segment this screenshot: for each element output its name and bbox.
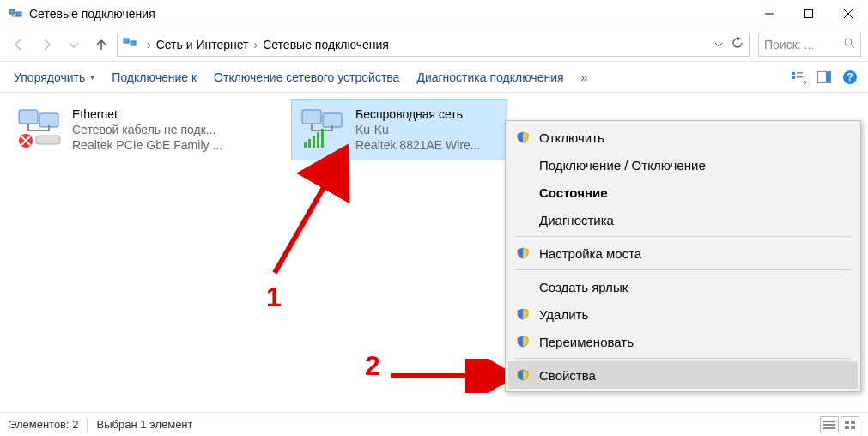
toolbar-overflow[interactable]: » — [576, 70, 593, 84]
connection-item-ethernet[interactable]: Ethernet Сетевой кабель не подк... Realt… — [9, 100, 275, 160]
breadcrumb-current[interactable]: Сетевые подключения — [263, 38, 389, 51]
organize-menu[interactable]: Упорядочить — [9, 67, 100, 88]
ethernet-icon — [15, 105, 64, 153]
ctx-label: Свойства — [539, 368, 846, 383]
connection-adapter: Realtek 8821AE Wire... — [355, 137, 481, 153]
selection-count: Выбран 1 элемент — [96, 418, 192, 431]
large-icons-view-button[interactable] — [841, 416, 859, 433]
ctx-disable[interactable]: Отключить — [508, 124, 858, 151]
statusbar: Элементов: 2 Выбран 1 элемент — [0, 412, 868, 436]
titlebar: Сетевые подключения — [0, 0, 868, 27]
up-button[interactable] — [89, 33, 113, 57]
ctx-label: Удалить — [539, 307, 846, 322]
ctx-properties[interactable]: Свойства — [508, 361, 858, 389]
shield-icon — [515, 336, 531, 348]
svg-rect-6 — [124, 39, 129, 43]
shield-icon — [515, 369, 531, 381]
toolbar: Упорядочить Подключение к Отключение сет… — [0, 62, 868, 93]
svg-point-8 — [845, 39, 852, 45]
ctx-label: Подключение / Отключение — [539, 158, 846, 173]
address-history-dropdown[interactable] — [714, 38, 723, 51]
ctx-label: Создать ярлык — [539, 280, 846, 294]
details-view-button[interactable] — [820, 416, 839, 433]
svg-rect-34 — [823, 424, 835, 426]
svg-rect-20 — [36, 136, 60, 144]
view-options-button[interactable] — [789, 68, 808, 87]
svg-rect-12 — [797, 72, 803, 74]
ctx-rename[interactable]: Переименовать — [508, 328, 858, 355]
svg-rect-28 — [313, 136, 315, 148]
ctx-status[interactable]: Состояние — [508, 179, 858, 206]
search-placeholder: Поиск: ... — [764, 38, 844, 51]
ctx-create-shortcut[interactable]: Создать ярлык — [508, 273, 858, 300]
maximize-button[interactable] — [789, 0, 829, 27]
svg-line-9 — [851, 45, 854, 48]
chevron-right-icon: › — [254, 38, 258, 51]
svg-rect-10 — [792, 72, 795, 75]
address-bar[interactable]: › Сеть и Интернет › Сетевые подключения — [117, 33, 750, 57]
navbar: › Сеть и Интернет › Сетевые подключения … — [0, 27, 868, 62]
ctx-label: Переименовать — [539, 335, 846, 349]
connection-status: Сетевой кабель не подк... — [72, 122, 222, 137]
forward-button[interactable] — [34, 33, 58, 57]
annotation-number-1: 1 — [266, 282, 282, 313]
separator — [515, 269, 851, 270]
ctx-diagnostics[interactable]: Диагностика — [508, 206, 858, 233]
ctx-label: Отключить — [539, 130, 846, 145]
svg-rect-11 — [792, 76, 795, 79]
svg-rect-1 — [16, 12, 21, 16]
ctx-label: Диагностика — [539, 213, 846, 227]
ctx-delete[interactable]: Удалить — [508, 300, 858, 328]
svg-rect-30 — [321, 129, 324, 148]
separator — [515, 358, 851, 359]
shield-icon — [515, 247, 531, 259]
search-input[interactable]: Поиск: ... — [758, 33, 861, 57]
search-icon — [844, 38, 855, 51]
svg-rect-29 — [317, 132, 319, 148]
breadcrumb-parent[interactable]: Сеть и Интернет — [156, 38, 249, 51]
svg-line-31 — [275, 153, 343, 273]
svg-rect-0 — [9, 9, 15, 14]
window-controls — [750, 0, 868, 27]
annotation-arrow-2 — [386, 359, 524, 393]
preview-pane-button[interactable] — [815, 68, 834, 87]
svg-rect-19 — [39, 113, 58, 127]
chevron-right-icon: › — [147, 38, 151, 51]
refresh-button[interactable] — [731, 37, 744, 51]
ctx-label: Настройка моста — [539, 246, 846, 261]
disable-device-button[interactable]: Отключение сетевого устройства — [209, 67, 404, 88]
ctx-bridge[interactable]: Настройка моста — [508, 239, 858, 267]
item-count: Элементов: 2 — [9, 418, 78, 431]
recent-dropdown[interactable] — [62, 33, 86, 57]
svg-rect-37 — [851, 421, 855, 424]
svg-rect-25 — [323, 113, 342, 127]
svg-rect-39 — [851, 426, 855, 429]
ctx-connect-disconnect[interactable]: Подключение / Отключение — [508, 151, 858, 179]
connection-title: Ethernet — [72, 106, 222, 122]
minimize-button[interactable] — [750, 0, 789, 27]
svg-rect-15 — [826, 72, 830, 82]
wireless-icon — [299, 105, 347, 153]
help-button[interactable]: ? — [841, 68, 859, 87]
connection-ssid: Ku-Ku — [355, 122, 481, 137]
svg-rect-7 — [131, 41, 136, 45]
svg-rect-33 — [823, 421, 835, 422]
svg-rect-3 — [805, 9, 813, 17]
svg-rect-36 — [845, 421, 849, 424]
close-button[interactable] — [829, 0, 868, 27]
svg-rect-26 — [304, 142, 307, 148]
address-icon — [123, 36, 137, 52]
svg-rect-13 — [797, 76, 803, 78]
connection-item-wireless[interactable]: Беспроводная сеть Ku-Ku Realtek 8821AE W… — [292, 100, 507, 160]
svg-rect-18 — [19, 110, 38, 124]
diagnose-button[interactable]: Диагностика подключения — [411, 67, 568, 88]
connection-title: Беспроводная сеть — [355, 106, 481, 122]
shield-icon — [515, 131, 531, 143]
back-button[interactable] — [7, 33, 31, 57]
separator — [515, 236, 851, 237]
connection-adapter: Realtek PCIe GbE Family ... — [72, 137, 222, 153]
svg-rect-27 — [308, 139, 311, 148]
connect-to-button[interactable]: Подключение к — [106, 67, 202, 88]
ctx-label: Состояние — [539, 185, 846, 200]
svg-rect-38 — [845, 426, 849, 429]
